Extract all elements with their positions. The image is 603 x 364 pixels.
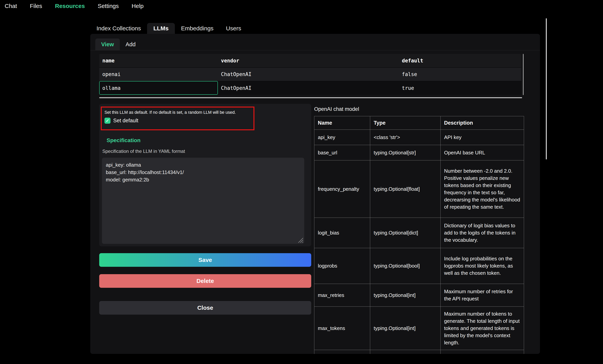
nav-item-resources[interactable]: Resources [55, 3, 85, 9]
llm-col-vendor: vendor [218, 54, 399, 68]
tab-embeddings[interactable]: Embeddings [175, 23, 220, 34]
llm-list-table: name vendor default openai ChatOpenAI fa… [99, 54, 521, 95]
cell-vendor: ChatOpenAI [218, 68, 399, 81]
doc-col-type: Type [370, 116, 441, 130]
doc-row-partial [314, 350, 524, 354]
tab-users[interactable]: Users [220, 23, 247, 34]
nav-item-chat[interactable]: Chat [5, 3, 17, 9]
cell-default: false [399, 68, 521, 81]
nav-item-settings[interactable]: Settings [98, 3, 119, 9]
cell-name: openai [99, 68, 218, 81]
yaml-spec-textarea[interactable]: api_key: ollama base_url: http://localho… [102, 158, 304, 244]
model-doc-table: Name Type Description api_key <class 'st… [314, 116, 524, 354]
doc-col-name: Name [314, 116, 370, 130]
doc-row-frequency-penalty: frequency_penalty typing.Optional[float]… [314, 160, 524, 218]
doc-row-api-key: api_key <class 'str'> API key [314, 130, 524, 145]
cell-name-selected[interactable]: ollama [99, 81, 218, 95]
default-note-text: Set this LLM as default. If no default i… [104, 110, 251, 115]
set-default-label: Set default [113, 118, 138, 124]
check-icon: ✓ [106, 119, 109, 123]
llm-detail-card: Set this LLM as default. If no default i… [99, 104, 311, 246]
resource-tabs: Index Collections LLMs Embeddings Users [90, 23, 247, 34]
llm-row-ollama[interactable]: ollama ChatOpenAI true [99, 81, 521, 95]
specification-heading: Specification [107, 137, 140, 144]
doc-header-row: Name Type Description [314, 116, 524, 130]
view-add-subtabs: View Add [90, 38, 540, 50]
tab-llms[interactable]: LLMs [147, 23, 175, 34]
annotation-red-box: Set this LLM as default. If no default i… [101, 107, 255, 130]
tab-index-collections[interactable]: Index Collections [90, 23, 147, 34]
doc-row-base-url: base_url typing.Optional[str] OpenAI bas… [314, 145, 524, 160]
llm-row-openai[interactable]: openai ChatOpenAI false [99, 68, 521, 81]
llm-col-name: name [99, 54, 218, 68]
llm-table-header-row: name vendor default [99, 54, 521, 68]
cell-default: true [399, 81, 521, 95]
nav-item-files[interactable]: Files [30, 3, 42, 9]
llm-table-scrollbar-horizontal[interactable] [99, 97, 522, 98]
doc-row-logit-bias: logit_bias typing.Optional[dict] Diction… [314, 218, 524, 248]
doc-col-description: Description [441, 116, 524, 130]
model-doc-title: OpenAI chat model [314, 106, 359, 112]
cell-vendor: ChatOpenAI [218, 81, 399, 95]
specification-caption: Specification of the LLM in YAML format [102, 148, 185, 154]
top-nav: Chat Files Resources Settings Help [0, 0, 144, 12]
subtab-add[interactable]: Add [120, 38, 142, 50]
set-default-checkbox[interactable]: ✓ [104, 118, 110, 124]
subtab-view[interactable]: View [95, 38, 120, 50]
doc-row-max-tokens: max_tokens typing.Optional[int] Maximum … [314, 307, 524, 350]
delete-button[interactable]: Delete [99, 274, 311, 288]
save-button[interactable]: Save [99, 253, 311, 267]
llm-table-scrollbar-vertical[interactable] [523, 54, 524, 95]
llms-panel: View Add name vendor default openai Chat… [90, 34, 540, 354]
doc-row-logprobs: logprobs typing.Optional[bool] Include l… [314, 248, 524, 284]
doc-row-max-retries: max_retries typing.Optional[int] Maximum… [314, 284, 524, 307]
nav-item-help[interactable]: Help [132, 3, 144, 9]
llm-col-default: default [399, 54, 521, 68]
page-scrollbar-thumb[interactable] [546, 18, 547, 159]
close-button[interactable]: Close [99, 301, 311, 315]
